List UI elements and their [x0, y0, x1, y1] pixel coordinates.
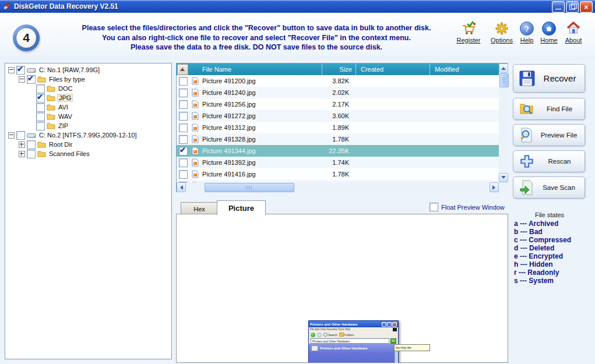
- help-label[interactable]: Help: [517, 37, 536, 44]
- tree-checkbox[interactable]: [36, 84, 45, 93]
- tree-label[interactable]: DOC: [57, 85, 73, 92]
- tree-item-jpg[interactable]: JPG: [5, 93, 171, 103]
- preview-file-button[interactable]: Preview File: [513, 124, 585, 146]
- file-state-entry: r --- Readonly: [514, 268, 571, 277]
- help-button[interactable]: ? Help: [517, 19, 536, 44]
- find-file-label: Find File: [534, 105, 585, 112]
- collapse-icon[interactable]: [8, 132, 15, 139]
- tree-item-zip[interactable]: ZIP: [5, 121, 171, 130]
- find-file-button[interactable]: Find File: [513, 98, 585, 120]
- horizontal-scroll-thumb[interactable]: [205, 183, 294, 192]
- table-row[interactable]: Picture 491392.jpg 1.74K: [177, 157, 499, 168]
- tree-item-wav[interactable]: WAV: [5, 112, 171, 121]
- tree-label[interactable]: Scanned Files: [48, 150, 91, 157]
- row-checkbox[interactable]: [179, 158, 188, 167]
- options-label[interactable]: Options: [487, 37, 516, 44]
- scroll-up-button[interactable]: [499, 63, 508, 73]
- vertical-scroll-thumb[interactable]: [499, 73, 509, 87]
- row-checkbox[interactable]: [179, 77, 188, 86]
- column-header-created[interactable]: Created: [356, 63, 430, 75]
- tree-item-scanned-files[interactable]: Scanned Files: [5, 149, 171, 158]
- recover-button[interactable]: Recover: [513, 64, 585, 93]
- column-header-modified[interactable]: Modified: [430, 63, 498, 75]
- table-row[interactable]: Picture 491328.jpg 1.78K: [177, 133, 499, 145]
- tree-label[interactable]: Files by type: [48, 76, 86, 83]
- checkbox-box[interactable]: [429, 203, 438, 211]
- row-checkbox[interactable]: [179, 123, 188, 132]
- expand-icon[interactable]: [19, 142, 25, 148]
- tree-checkbox[interactable]: [36, 103, 45, 112]
- tab-picture[interactable]: Picture: [217, 200, 266, 215]
- row-checkbox[interactable]: [179, 147, 188, 156]
- scroll-down-button[interactable]: [499, 173, 508, 182]
- tree-item-files-by-type[interactable]: Files by type: [5, 75, 171, 84]
- table-row[interactable]: Picture 491240.jpg 2.02K: [177, 87, 499, 98]
- column-header-size[interactable]: Size: [322, 63, 356, 75]
- tree-checkbox[interactable]: [16, 66, 25, 75]
- home-label[interactable]: Home: [537, 37, 561, 44]
- tree-label[interactable]: C: No.1 [RAW,7.99G]: [38, 66, 101, 73]
- folder-icon: [37, 141, 46, 148]
- image-file-icon: [192, 170, 199, 178]
- tree-label[interactable]: WAV: [57, 113, 73, 120]
- tree-checkbox[interactable]: [16, 131, 25, 140]
- options-button[interactable]: Options: [487, 19, 516, 44]
- drive-tree-panel: C: No.1 [RAW,7.99G] Files by type DOC JP…: [5, 63, 172, 359]
- register-button[interactable]: Register: [453, 19, 484, 44]
- close-button[interactable]: ✕: [580, 1, 593, 13]
- tab-hex[interactable]: Hex: [181, 202, 218, 215]
- tree-item-root-dir[interactable]: Root Dir: [5, 140, 171, 149]
- table-row[interactable]: Picture 491200.jpg 3.82K: [177, 75, 499, 87]
- about-button[interactable]: About: [561, 19, 586, 44]
- sort-column-header[interactable]: [177, 63, 188, 75]
- column-header-file-name[interactable]: File Name: [188, 63, 322, 75]
- expand-icon[interactable]: [19, 151, 25, 157]
- table-row[interactable]: Picture 491256.jpg 2.17K: [177, 98, 499, 110]
- tree-item-avi[interactable]: AVI: [5, 103, 171, 112]
- minimize-button[interactable]: —: [552, 1, 565, 13]
- tree-checkbox[interactable]: [27, 75, 36, 84]
- image-file-icon: [192, 100, 199, 108]
- home-button[interactable]: Home: [537, 19, 561, 44]
- row-checkbox[interactable]: [179, 100, 188, 109]
- rescan-button[interactable]: Rescan: [513, 150, 585, 172]
- horizontal-scrollbar[interactable]: [177, 182, 499, 192]
- table-row[interactable]: Picture 491416.jpg 1.78K: [177, 168, 499, 180]
- about-label[interactable]: About: [561, 37, 586, 44]
- tree-checkbox[interactable]: [36, 122, 45, 130]
- table-row[interactable]: Picture 491272.jpg 3.60K: [177, 110, 499, 122]
- folder-icon: [47, 122, 55, 129]
- table-row-selected[interactable]: Picture 491344.jpg 22.35K: [177, 145, 499, 157]
- row-checkbox[interactable]: [179, 112, 188, 121]
- row-checkbox[interactable]: [179, 135, 188, 144]
- tree-item-drive2[interactable]: C: No.2 [NTFS,7.99G,2009-12-10]: [5, 130, 171, 140]
- vertical-scrollbar[interactable]: [499, 63, 508, 182]
- tree-label[interactable]: AVI: [57, 104, 69, 111]
- tree-checkbox[interactable]: [27, 150, 36, 158]
- tree-item-doc[interactable]: DOC: [5, 84, 171, 93]
- scrollbar-corner: [499, 182, 508, 192]
- tree-label[interactable]: ZIP: [57, 122, 69, 129]
- file-size: 1.78K: [316, 171, 354, 178]
- collapse-icon[interactable]: [19, 76, 25, 83]
- register-label[interactable]: Register: [453, 37, 484, 44]
- scroll-right-button[interactable]: [490, 182, 499, 192]
- float-preview-checkbox[interactable]: Float Preview Window: [429, 203, 505, 211]
- tree-checkbox[interactable]: [27, 140, 36, 149]
- sort-up-icon[interactable]: [177, 64, 188, 75]
- collapse-icon[interactable]: [8, 67, 15, 73]
- table-row[interactable]: Picture 491312.jpg 1.89K: [177, 122, 499, 133]
- tree-checkbox[interactable]: [36, 94, 45, 103]
- drive-icon: [27, 132, 36, 139]
- table-body: Picture 491200.jpg 3.82K Picture 491240.…: [177, 75, 499, 182]
- save-scan-button[interactable]: Save Scan: [513, 176, 585, 199]
- file-name: Picture 491416.jpg: [202, 171, 316, 178]
- row-checkbox[interactable]: [179, 170, 188, 179]
- row-checkbox[interactable]: [179, 89, 188, 97]
- restore-button[interactable]: [566, 1, 579, 13]
- tree-checkbox[interactable]: [36, 112, 45, 121]
- tree-label[interactable]: C: No.2 [NTFS,7.99G,2009-12-10]: [38, 132, 138, 139]
- scroll-left-button[interactable]: [177, 182, 186, 192]
- tree-label[interactable]: Root Dir: [48, 141, 73, 148]
- tree-label[interactable]: JPG: [57, 94, 73, 102]
